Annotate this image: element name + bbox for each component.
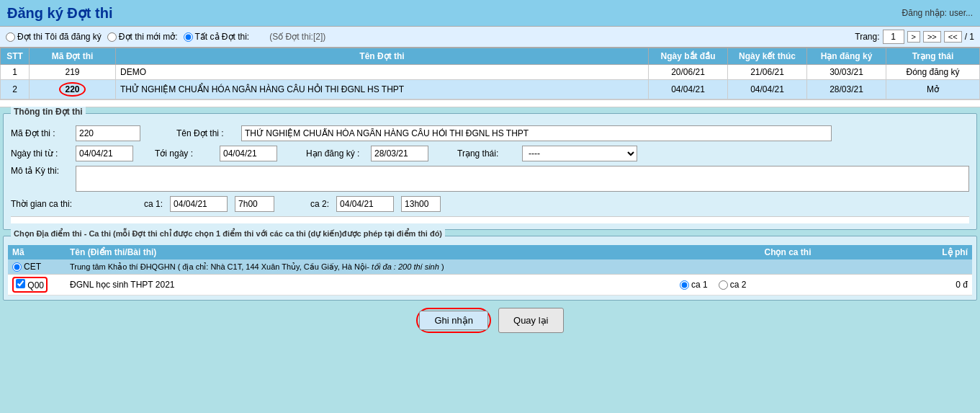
cet-radio-label[interactable]: CET	[12, 262, 41, 272]
bat-dau-cell: 20/06/21	[649, 65, 728, 80]
toi-ngay-input[interactable]	[220, 146, 277, 161]
ghi-nhan-button[interactable]: Ghi nhận	[419, 311, 488, 330]
cet-ma-col: CET	[12, 262, 70, 272]
mo-ta-textarea[interactable]	[76, 166, 969, 192]
q00-le-col: 0 đ	[896, 280, 968, 290]
trang-thai-cell: Mở	[886, 80, 980, 99]
table-scrollbar[interactable]	[0, 99, 980, 107]
login-info: Đăng nhập: user...	[902, 8, 973, 18]
han-dk-cell: 30/03/21	[807, 65, 886, 80]
col-trang-thai: Trạng thái	[886, 48, 980, 65]
ma-cell: 219	[30, 65, 116, 80]
filter-da-dang-ky[interactable]: Đợt thi Tôi đã đăng ký	[6, 32, 102, 42]
filter-moi-mo[interactable]: Đợt thi mới mở:	[107, 32, 178, 42]
filter-tat-ca[interactable]: Tất cả Đợt thi:	[184, 32, 250, 42]
han-dk-cell: 28/03/21	[807, 80, 886, 99]
ten-cell: THỬ NGHIỆM CHUẨN HÓA NGÂN HÀNG CÂU HỎI T…	[116, 80, 649, 99]
toi-ngay-label: Tới ngày :	[155, 148, 212, 159]
trang-thai-cell: Đóng đăng ký	[886, 65, 980, 80]
ca2-time-input[interactable]	[401, 196, 441, 212]
bat-dau-cell: 04/04/21	[649, 80, 728, 99]
ca2-label: ca 2:	[310, 199, 329, 209]
diadiem-col-le: Lệ phí	[896, 247, 968, 257]
cet-radio[interactable]	[12, 262, 22, 272]
q00-ca1-label[interactable]: ca 1	[680, 280, 708, 290]
dot-thi-table-container: STT Mã Đợt thi Tên Đợt thi Ngày bắt đầu …	[0, 48, 980, 107]
q00-ca1-text: ca 1	[691, 280, 708, 290]
ma-circle: 220	[59, 82, 85, 97]
col-ket-thuc: Ngày kết thúc	[728, 48, 807, 65]
pagination: Trang: > >> << / 1	[855, 30, 974, 44]
q00-ca1-radio[interactable]	[680, 280, 689, 290]
ngay-thi-tu-label: Ngày thi từ :	[11, 148, 68, 159]
table-row[interactable]: 2 220 THỬ NGHIỆM CHUẨN HÓA NGÂN HÀNG CÂU…	[1, 80, 980, 99]
button-row: Ghi nhận Quay lại	[0, 308, 980, 333]
first-page-btn[interactable]: <<	[944, 31, 962, 43]
q00-checkbox-wrapper[interactable]: Q00	[12, 277, 48, 293]
form-row-2: Ngày thi từ : Tới ngày : Hạn đăng ký : T…	[11, 146, 969, 161]
q00-ca2-label[interactable]: ca 2	[719, 280, 747, 290]
q00-label: Q00	[27, 280, 44, 290]
page-number-input[interactable]	[883, 30, 904, 44]
col-stt: STT	[1, 48, 30, 65]
ket-thuc-cell: 21/06/21	[728, 65, 807, 80]
ngay-thi-tu-input[interactable]	[76, 146, 133, 161]
diadiem-col-ma: Mã	[12, 247, 70, 257]
q00-ma-col: Q00	[12, 277, 70, 293]
table-row[interactable]: 1 219 DEMO 20/06/21 21/06/21 30/03/21 Đó…	[1, 65, 980, 80]
dot-thi-table: STT Mã Đợt thi Tên Đợt thi Ngày bắt đầu …	[0, 48, 980, 99]
thong-tin-scrollbar[interactable]	[11, 216, 969, 223]
quay-lai-button[interactable]: Quay lại	[498, 308, 563, 333]
thong-tin-legend: Thông tin Đợt thi	[11, 107, 86, 117]
col-ma: Mã Đợt thi	[30, 48, 116, 65]
q00-chon-col: ca 1 ca 2	[680, 280, 896, 290]
col-ten: Tên Đợt thi	[116, 48, 649, 65]
ma-dot-thi-label: Mã Đợt thi :	[11, 128, 68, 138]
form-row-3: Mô tả Kỳ thi:	[11, 166, 969, 192]
page-title: Đăng ký Đợt thi	[7, 4, 112, 22]
thong-tin-section: Thông tin Đợt thi Mã Đợt thi : Tên Đợt t…	[3, 113, 977, 230]
diadiem-legend: Chọn Địa điểm thi - Ca thi (mỗi Đợt thi …	[11, 229, 445, 239]
diadiem-row-cet: CET Trung tâm Khảo thí ĐHQGHN ( địa chỉ:…	[8, 259, 972, 275]
ca2-date-input[interactable]	[336, 196, 394, 212]
q00-checkbox[interactable]	[16, 279, 25, 288]
cet-label: CET	[24, 262, 41, 272]
stt-cell: 1	[1, 65, 30, 80]
stt-cell: 2	[1, 80, 30, 99]
trang-thai-label: Trạng thái:	[457, 148, 515, 159]
han-dang-ky-input[interactable]	[371, 146, 428, 161]
trang-thai-select[interactable]: ---- Mở Đóng đăng ký	[522, 146, 637, 161]
diadiem-table-header: Mã Tên (Điểm thi/Bài thi) Chọn ca thi Lệ…	[8, 245, 972, 259]
thoi-gian-label: Thời gian ca thi:	[11, 199, 72, 209]
page-header: Đăng ký Đợt thi Đăng nhập: user...	[0, 0, 980, 27]
ket-thuc-cell: 04/04/21	[728, 80, 807, 99]
next-page-btn[interactable]: >	[907, 31, 920, 43]
form-row-4: Thời gian ca thi: ca 1: ca 2:	[11, 196, 969, 212]
ten-dot-thi-label: Tên Đợt thi :	[176, 128, 234, 138]
filter-bar: Đợt thi Tôi đã đăng ký Đợt thi mới mở: T…	[0, 27, 980, 48]
q00-ca2-radio[interactable]	[719, 280, 728, 290]
ten-dot-thi-input[interactable]	[241, 125, 832, 141]
diadiem-row-q00: Q00 ĐGNL học sinh THPT 2021 ca 1 ca 2 0 …	[8, 275, 972, 296]
form-row-1: Mã Đợt thi : Tên Đợt thi :	[11, 125, 969, 141]
ca1-time-input[interactable]	[235, 196, 274, 212]
col-han-dk: Hạn đăng ký	[807, 48, 886, 65]
cet-ten-col: Trung tâm Khảo thí ĐHQGHN ( địa chỉ: Nhà…	[70, 262, 680, 272]
ma-dot-thi-input[interactable]	[76, 125, 140, 141]
q00-ca2-text: ca 2	[730, 280, 747, 290]
col-bat-dau: Ngày bắt đầu	[649, 48, 728, 65]
q00-ten-col: ĐGNL học sinh THPT 2021	[70, 280, 680, 290]
last-page-btn[interactable]: >>	[923, 31, 941, 43]
ten-cell: DEMO	[116, 65, 649, 80]
diadiem-col-chon: Chọn ca thi	[680, 247, 896, 257]
mo-ta-label: Mô tả Kỳ thi:	[11, 166, 68, 176]
diadiem-section: Chọn Địa điểm thi - Ca thi (mỗi Đợt thi …	[3, 236, 977, 301]
so-dot-thi: (Số Đợt thi:[2])	[269, 32, 325, 42]
diadiem-col-ten: Tên (Điểm thi/Bài thi)	[70, 247, 680, 257]
ca1-date-input[interactable]	[170, 196, 228, 212]
ghi-nhan-circle: Ghi nhận	[416, 308, 491, 333]
han-dang-ky-label: Hạn đăng ký :	[306, 148, 364, 159]
ca1-label: ca 1:	[144, 199, 163, 209]
